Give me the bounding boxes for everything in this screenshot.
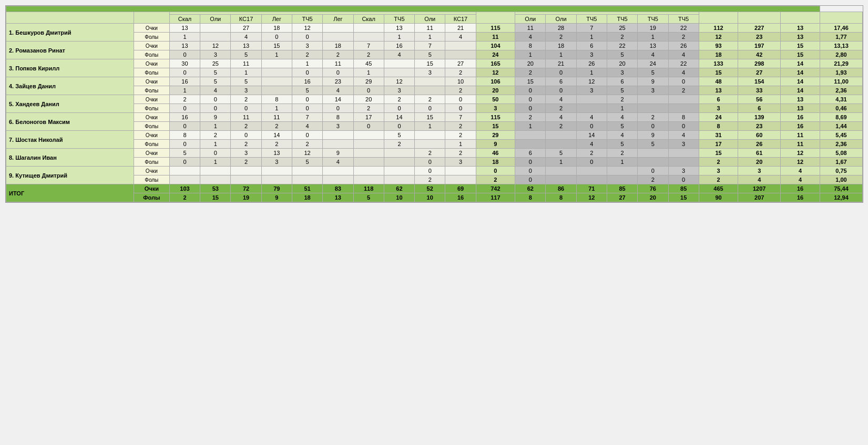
data-cell: 4 (781, 167, 820, 175)
data-cell: 11 (515, 24, 546, 33)
data-cell: 15 (415, 113, 445, 122)
data-cell: 25 (607, 24, 637, 33)
data-cell: 72 (231, 184, 261, 193)
data-cell: 30 (169, 59, 200, 68)
table-row: 5. Хандеев ДанилОчки20280142022050042656… (6, 95, 863, 104)
data-cell: 33 (738, 86, 781, 95)
data-cell: 27 (445, 59, 476, 68)
title-row (6, 6, 863, 12)
table-row: Фолы05100132122013541527141,93 (6, 68, 863, 77)
data-cell: 0 (415, 158, 445, 167)
data-cell: 8 (668, 113, 699, 122)
data-cell (668, 158, 699, 167)
data-cell: 3 (200, 50, 231, 59)
data-cell: 1 (353, 68, 384, 77)
reg-col-header: ТЧ5 (384, 15, 414, 24)
reg-col-header: КС17 (445, 15, 476, 24)
data-cell: 1,67 (820, 158, 862, 167)
data-cell: 50 (476, 95, 515, 104)
data-cell: 2 (415, 175, 445, 184)
data-cell: 2 (607, 95, 637, 104)
data-cell: 5 (200, 68, 231, 77)
data-cell: 2 (445, 149, 476, 158)
data-cell: 3 (292, 42, 322, 50)
data-cell: 2 (699, 158, 738, 167)
data-cell: 15 (515, 77, 546, 86)
data-cell: 15 (261, 42, 292, 50)
subtype-ochki: Очки (134, 113, 169, 122)
subtype-ochki: Очки (134, 95, 169, 104)
data-cell: 2 (476, 175, 515, 184)
data-cell: 0 (292, 131, 322, 140)
data-cell: 0 (323, 104, 353, 113)
data-cell: 2 (353, 50, 384, 59)
data-cell: 5 (607, 140, 637, 149)
data-cell: 18 (261, 24, 292, 33)
data-cell: 0 (576, 122, 607, 131)
data-cell: 20 (638, 193, 668, 202)
data-cell: 4 (515, 33, 546, 42)
data-cell: 1207 (738, 184, 781, 193)
data-cell: 29 (353, 77, 384, 86)
data-cell: 14 (781, 68, 820, 77)
subtype-ochki: Очки (134, 42, 169, 50)
data-cell: 2 (668, 86, 699, 95)
data-cell: 2 (353, 104, 384, 113)
po-col-header: ТЧ5 (638, 15, 668, 24)
data-cell: 45 (353, 59, 384, 68)
data-cell: 12 (781, 158, 820, 167)
data-cell: 6 (607, 77, 637, 86)
data-cell: 4 (323, 158, 353, 167)
data-cell: 2 (638, 113, 668, 122)
subtype-ochki: Очки (134, 77, 169, 86)
data-cell: 13 (781, 24, 820, 33)
data-cell: 1 (169, 86, 200, 95)
data-cell: 4 (668, 50, 699, 59)
data-cell (384, 68, 414, 77)
subtype-foly: Фолы (134, 33, 169, 42)
data-cell: 0 (415, 104, 445, 113)
reg-col-header: Лег (261, 15, 292, 24)
data-cell (261, 68, 292, 77)
data-cell: 19 (638, 24, 668, 33)
data-cell: 28 (546, 24, 576, 33)
data-cell: 48 (699, 77, 738, 86)
data-cell: 3 (607, 68, 637, 77)
data-cell: 5 (384, 131, 414, 140)
data-cell: 1 (576, 68, 607, 77)
data-cell: 56 (738, 95, 781, 104)
data-cell: 15 (781, 42, 820, 50)
data-cell: 8 (546, 193, 576, 202)
data-cell (515, 140, 546, 149)
data-cell: 4 (576, 140, 607, 149)
data-cell: 0 (668, 77, 699, 86)
table-row: Фолы0001002000302136130,46 (6, 104, 863, 113)
data-cell: 3 (576, 86, 607, 95)
player-name: 2. Ромазанов Ринат (6, 42, 134, 59)
data-cell: 4 (607, 131, 637, 140)
data-cell (384, 59, 414, 68)
data-cell: 16 (169, 113, 200, 122)
data-cell: 20 (607, 59, 637, 68)
data-cell (576, 167, 607, 175)
data-cell: 4 (231, 33, 261, 42)
data-cell (292, 175, 322, 184)
table-row: 2. Ромазанов РинатОчки131213153187167104… (6, 42, 863, 50)
data-cell: 5 (607, 122, 637, 131)
data-cell: 10 (415, 193, 445, 202)
itog-row: Фолы215199181351010161178812272015902071… (6, 193, 863, 202)
data-cell: 0 (169, 50, 200, 59)
reg-col-header: КС17 (231, 15, 261, 24)
data-cell: 8 (699, 122, 738, 131)
table-row: 1. Бешкуров ДмитрийОчки13271812131121115… (6, 24, 863, 33)
data-cell: 4 (323, 86, 353, 95)
data-cell (353, 167, 384, 175)
data-cell (384, 167, 414, 175)
data-cell: 106 (476, 77, 515, 86)
data-cell: 2 (292, 140, 322, 149)
subtype-ochki: Очки (134, 59, 169, 68)
data-cell: 11 (781, 131, 820, 140)
data-cell: 60 (738, 131, 781, 140)
data-cell: 298 (738, 59, 781, 68)
data-cell: 1 (200, 140, 231, 149)
